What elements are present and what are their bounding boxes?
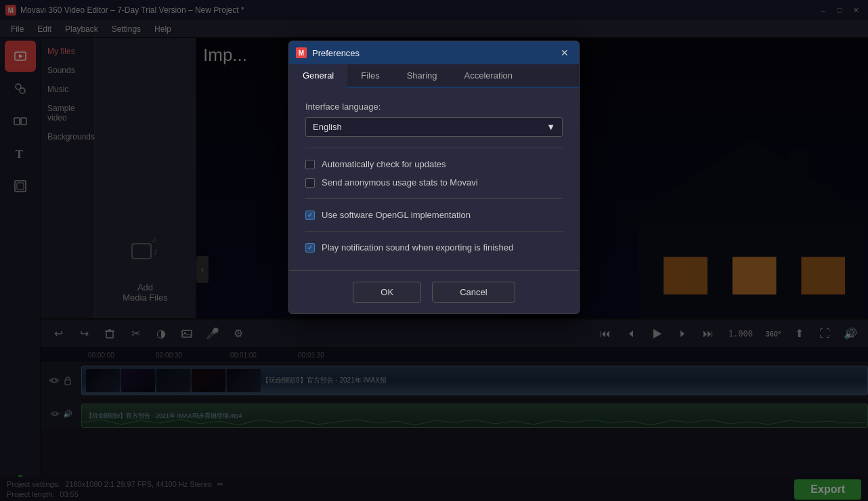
prefs-body: Interface language: English ▼ Automatica…	[289, 88, 579, 270]
tab-sharing[interactable]: Sharing	[393, 64, 451, 88]
tab-general[interactable]: General	[289, 64, 347, 88]
prefs-cancel-btn[interactable]: Cancel	[432, 282, 515, 303]
checkbox-stats[interactable]	[305, 178, 315, 188]
prefs-app-icon: M	[296, 47, 307, 58]
divider-2	[305, 198, 563, 199]
checkbox-sound-label: Play notification sound when exporting i…	[322, 242, 513, 253]
divider-1	[305, 148, 563, 148]
prefs-close-btn[interactable]: ✕	[557, 45, 572, 60]
checkbox-row-3: Play notification sound when exporting i…	[305, 238, 563, 257]
tab-acceleration[interactable]: Acceleration	[451, 64, 527, 88]
prefs-titlebar: M Preferences ✕	[289, 41, 579, 64]
modal-overlay: M Preferences ✕ General Files Sharing Ac…	[0, 0, 868, 501]
checkbox-sound[interactable]	[305, 243, 315, 253]
language-label: Interface language:	[305, 102, 563, 112]
prefs-ok-btn[interactable]: OK	[353, 282, 421, 303]
checkbox-opengl[interactable]	[305, 211, 315, 220]
dropdown-arrow: ▼	[546, 122, 555, 132]
prefs-title: Preferences	[312, 48, 557, 58]
checkbox-row-0: Automatically check for updates	[305, 155, 563, 173]
prefs-footer: OK Cancel	[289, 270, 579, 313]
checkbox-updates-label: Automatically check for updates	[322, 159, 446, 169]
checkbox-updates[interactable]	[305, 160, 315, 169]
checkbox-stats-label: Send anonymous usage stats to Movavi	[322, 177, 478, 188]
checkbox-opengl-label: Use software OpenGL implementation	[322, 210, 471, 220]
language-value: English	[313, 122, 342, 132]
checkbox-row-2: Use software OpenGL implementation	[305, 206, 563, 224]
divider-3	[305, 231, 563, 232]
prefs-tabs: General Files Sharing Acceleration	[289, 64, 579, 88]
checkbox-row-1: Send anonymous usage stats to Movavi	[305, 173, 563, 192]
language-dropdown[interactable]: English ▼	[305, 117, 563, 137]
preferences-dialog: M Preferences ✕ General Files Sharing Ac…	[288, 41, 580, 314]
tab-files[interactable]: Files	[347, 64, 393, 88]
